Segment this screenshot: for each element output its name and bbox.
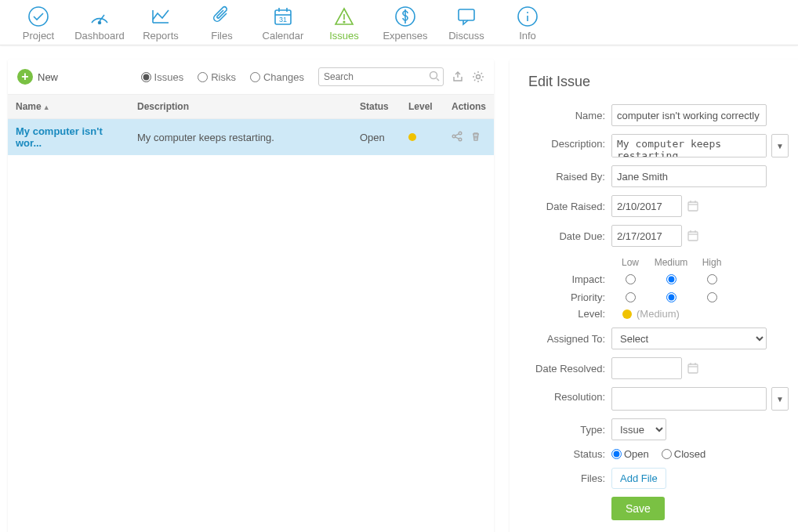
col-level[interactable]: Level xyxy=(401,95,444,119)
svg-line-18 xyxy=(437,78,439,81)
search-box xyxy=(318,67,444,86)
info-circle-icon xyxy=(516,5,539,28)
warning-triangle-icon xyxy=(332,5,356,28)
label-raised-by: Raised By: xyxy=(528,171,611,183)
level-dot-icon xyxy=(622,309,632,319)
description-input[interactable]: My computer keeps restarting. xyxy=(611,134,767,157)
nav-issues[interactable]: Issues xyxy=(314,5,375,42)
nav-label: Files xyxy=(211,30,232,42)
nav-label: Info xyxy=(519,30,536,42)
nav-dashboard[interactable]: Dashboard xyxy=(69,5,130,42)
dollar-circle-icon xyxy=(394,5,417,28)
label-date-due: Date Due: xyxy=(528,230,611,242)
svg-rect-35 xyxy=(688,364,698,373)
scale-low-label: Low xyxy=(611,255,649,270)
impact-high[interactable] xyxy=(707,274,717,284)
row-actions xyxy=(444,119,494,156)
sort-asc-icon: ▲ xyxy=(43,103,50,111)
resolution-input[interactable] xyxy=(611,387,767,411)
svg-rect-27 xyxy=(688,202,698,211)
label-description: Description: xyxy=(528,134,611,150)
impact-low[interactable] xyxy=(626,274,636,284)
col-name[interactable]: Name▲ xyxy=(8,95,129,119)
label-status: Status: xyxy=(528,448,611,460)
export-icon[interactable] xyxy=(452,71,464,83)
calendar-icon xyxy=(271,5,295,28)
paperclip-icon xyxy=(210,5,234,28)
filter-risks[interactable]: Risks xyxy=(198,71,236,83)
nav-label: Discuss xyxy=(448,30,484,42)
row-description: My computer keeps restarting. xyxy=(129,119,352,156)
name-input[interactable] xyxy=(611,104,767,126)
col-status[interactable]: Status xyxy=(352,95,401,119)
list-toolbar: + New Issues Risks Changes xyxy=(8,60,494,94)
row-name[interactable]: My computer isn't wor... xyxy=(8,119,129,156)
nav-expenses[interactable]: Expenses xyxy=(375,5,436,42)
priority-high[interactable] xyxy=(707,292,717,302)
nav-label: Dashboard xyxy=(74,30,125,42)
expand-resolution-button[interactable]: ▼ xyxy=(771,387,789,411)
scale-high-label: High xyxy=(693,255,731,270)
label-assigned-to: Assigned To: xyxy=(528,333,611,345)
nav-files[interactable]: Files xyxy=(191,5,252,42)
label-name: Name: xyxy=(528,110,611,121)
level-text: (Medium) xyxy=(637,308,680,320)
panel-heading: Edit Issue xyxy=(528,74,789,90)
status-closed[interactable]: Closed xyxy=(662,448,706,460)
filter-issues[interactable]: Issues xyxy=(141,71,184,83)
row-status: Open xyxy=(352,119,401,156)
gauge-icon xyxy=(88,5,111,28)
label-date-raised: Date Raised: xyxy=(528,201,611,212)
search-input[interactable] xyxy=(318,67,444,86)
svg-point-20 xyxy=(459,132,462,135)
nav-calendar[interactable]: Calendar xyxy=(252,5,314,42)
top-nav: Project Dashboard Reports Files Calendar… xyxy=(0,0,798,45)
level-dot-icon xyxy=(408,133,416,141)
date-resolved-input[interactable] xyxy=(611,357,682,379)
svg-line-24 xyxy=(455,136,459,138)
filter-changes[interactable]: Changes xyxy=(250,71,304,83)
share-icon[interactable] xyxy=(452,131,462,142)
plus-icon: + xyxy=(17,69,33,85)
col-actions: Actions xyxy=(444,95,494,119)
date-raised-input[interactable] xyxy=(611,195,682,217)
check-circle-icon xyxy=(27,5,50,28)
row-level xyxy=(401,119,444,156)
nav-label: Reports xyxy=(143,30,179,42)
impact-medium[interactable] xyxy=(666,274,676,284)
nav-project[interactable]: Project xyxy=(8,5,69,42)
col-description[interactable]: Description xyxy=(129,95,352,119)
label-date-resolved: Date Resolved: xyxy=(528,363,611,375)
label-type: Type: xyxy=(528,424,611,436)
label-level: Level: xyxy=(528,308,611,320)
edit-issue-panel: Edit Issue Name: Description: My compute… xyxy=(510,60,798,532)
svg-point-19 xyxy=(477,75,481,79)
nav-reports[interactable]: Reports xyxy=(130,5,191,42)
status-open[interactable]: Open xyxy=(611,448,649,460)
priority-low[interactable] xyxy=(626,292,636,302)
calendar-picker-icon[interactable] xyxy=(687,230,699,242)
calendar-picker-icon[interactable] xyxy=(687,362,699,375)
save-button[interactable]: Save xyxy=(611,497,665,520)
nav-label: Expenses xyxy=(383,30,427,42)
priority-medium[interactable] xyxy=(666,292,676,302)
svg-rect-31 xyxy=(688,232,698,241)
svg-point-17 xyxy=(430,72,437,79)
trash-icon[interactable] xyxy=(470,131,481,142)
new-button[interactable]: + New xyxy=(17,69,58,85)
table-row[interactable]: My computer isn't wor... My computer kee… xyxy=(8,119,494,156)
calendar-picker-icon[interactable] xyxy=(687,200,699,212)
label-files: Files: xyxy=(528,472,611,484)
date-due-input[interactable] xyxy=(611,225,682,247)
nav-discuss[interactable]: Discuss xyxy=(436,5,497,42)
nav-label: Issues xyxy=(329,30,359,42)
gear-icon[interactable] xyxy=(472,71,484,83)
raised-by-input[interactable] xyxy=(611,165,767,187)
expand-description-button[interactable]: ▼ xyxy=(771,134,789,157)
nav-info[interactable]: Info xyxy=(497,5,558,42)
type-select[interactable]: Issue xyxy=(611,418,666,440)
label-impact: Impact: xyxy=(528,273,611,285)
assigned-to-select[interactable]: Select xyxy=(611,328,767,349)
issues-list-panel: + New Issues Risks Changes Name▲ Descrip… xyxy=(8,60,494,532)
add-file-button[interactable]: Add File xyxy=(611,468,666,489)
